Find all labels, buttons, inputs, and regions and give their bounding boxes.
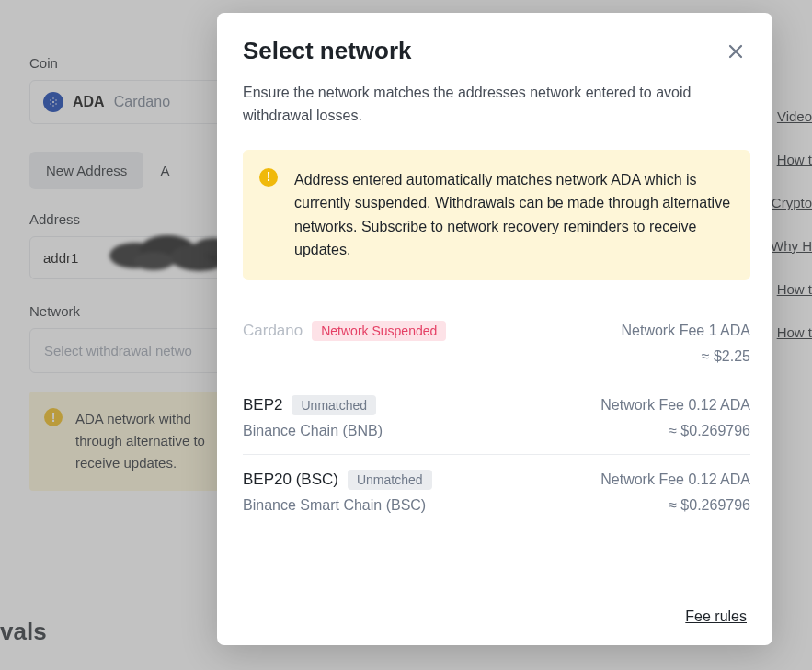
fee-rules-link[interactable]: Fee rules: [685, 608, 747, 624]
network-name: BEP20 (BSC): [243, 471, 338, 489]
network-option[interactable]: BEP2UnmatchedNetwork Fee 0.12 ADABinance…: [243, 380, 750, 455]
network-option[interactable]: BEP20 (BSC)UnmatchedNetwork Fee 0.12 ADA…: [243, 455, 750, 528]
modal-description: Ensure the network matches the addresses…: [243, 82, 750, 128]
close-icon: [726, 42, 745, 61]
status-badge-suspended: Network Suspended: [312, 321, 446, 341]
network-name: BEP2: [243, 396, 282, 414]
modal-body[interactable]: Ensure the network matches the addresses…: [217, 76, 772, 594]
network-sublabel: Binance Smart Chain (BSC): [243, 497, 426, 514]
close-button[interactable]: [725, 40, 747, 62]
network-fee: Network Fee 0.12 ADA: [600, 471, 750, 488]
modal-header: Select network: [217, 13, 772, 76]
warning-icon: !: [259, 168, 278, 187]
network-name: Cardano: [243, 322, 303, 340]
network-fee: Network Fee 1 ADA: [622, 323, 751, 339]
modal-alert-text: Address entered automatically matches ne…: [294, 172, 730, 258]
select-network-modal: Select network Ensure the network matche…: [217, 13, 772, 645]
status-badge-unmatched: Unmatched: [348, 470, 432, 490]
network-list: CardanoNetwork SuspendedNetwork Fee 1 AD…: [243, 306, 750, 528]
network-fee-approx: ≈ $2.25: [702, 348, 750, 365]
modal-footer: Fee rules: [217, 594, 772, 645]
modal-alert: ! Address entered automatically matches …: [243, 150, 750, 280]
network-sublabel: Binance Chain (BNB): [243, 423, 383, 439]
network-option: CardanoNetwork SuspendedNetwork Fee 1 AD…: [243, 306, 750, 380]
network-fee: Network Fee 0.12 ADA: [600, 397, 750, 414]
network-fee-approx: ≈ $0.269796: [669, 423, 750, 439]
modal-title: Select network: [243, 37, 412, 65]
network-fee-approx: ≈ $0.269796: [669, 497, 750, 514]
status-badge-unmatched: Unmatched: [292, 395, 376, 415]
